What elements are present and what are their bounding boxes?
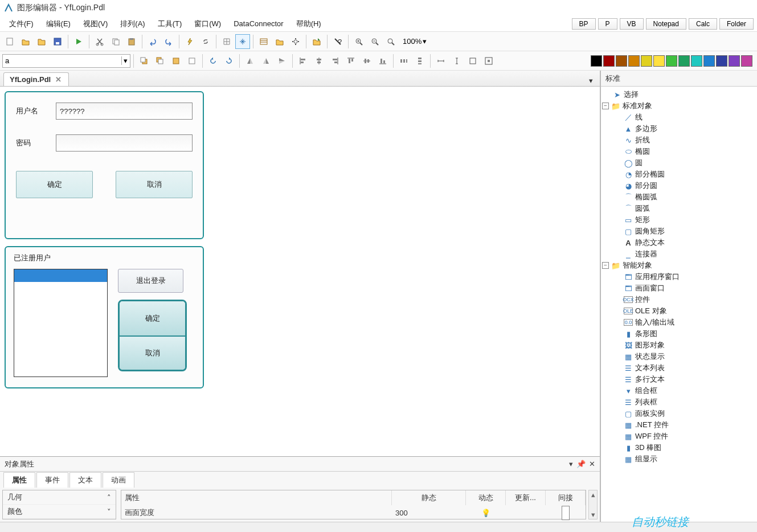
menu-file[interactable]: 文件(F) <box>3 18 39 30</box>
ext-bp-button[interactable]: BP <box>572 18 596 30</box>
tree-item[interactable]: ☰多行文本 <box>602 374 756 385</box>
tree-item[interactable]: OLEOLE 对象 <box>602 305 756 317</box>
tree-item[interactable]: ▲多边形 <box>602 123 756 134</box>
menu-edit[interactable]: 编辑(E) <box>40 18 76 30</box>
redo-icon[interactable] <box>161 34 176 49</box>
bulb-icon[interactable]: 💡 <box>466 506 506 519</box>
copy-icon[interactable] <box>108 34 123 49</box>
color-swatch[interactable] <box>616 55 627 67</box>
color-swatch[interactable] <box>603 55 615 67</box>
ext-folder-button[interactable]: Folder <box>719 18 754 30</box>
color-swatch[interactable] <box>653 55 665 67</box>
folder2-icon[interactable] <box>272 34 287 49</box>
menu-arrange[interactable]: 排列(A) <box>114 18 150 30</box>
login-cancel-button[interactable]: 取消 <box>116 171 193 198</box>
run-icon[interactable] <box>71 34 86 49</box>
export-icon[interactable] <box>309 34 324 49</box>
indirect-checkbox[interactable] <box>562 506 570 520</box>
tree-item[interactable]: 🗔画面窗口 <box>602 283 756 294</box>
password-input[interactable] <box>56 134 193 152</box>
tree-item[interactable]: ◕部分圆 <box>602 180 756 191</box>
tree-item[interactable]: ☰列表框 <box>602 396 756 408</box>
tree-item[interactable]: A静态文本 <box>602 237 756 248</box>
tree-item[interactable]: ☰文本列表 <box>602 362 756 374</box>
tree-item[interactable]: ◔部分椭圆 <box>602 169 756 180</box>
properties-category-list[interactable]: 几何˄ 颜色˅ <box>2 490 116 519</box>
close-panel-icon[interactable]: ✕ <box>589 460 595 468</box>
tree-item[interactable]: ▢面板实例 <box>602 408 756 419</box>
color-swatch[interactable] <box>716 55 727 67</box>
flip-h2-icon[interactable] <box>259 54 273 68</box>
document-tab[interactable]: YfLogin.Pdl ✕ <box>3 72 69 86</box>
ext-vb-button[interactable]: VB <box>620 18 644 30</box>
rotate-left-icon[interactable] <box>206 54 220 68</box>
color-swatch[interactable] <box>691 55 702 67</box>
menu-view[interactable]: 视图(V) <box>77 18 113 30</box>
tab-events[interactable]: 事件 <box>36 472 68 488</box>
layer-down-icon[interactable] <box>185 54 199 68</box>
scrollbar[interactable]: ▴▾ <box>588 490 598 519</box>
ext-notepad-button[interactable]: Notepad <box>646 18 686 30</box>
tree-item[interactable]: ▦状态显示 <box>602 351 756 362</box>
tree-item[interactable]: ⌒椭圆弧 <box>602 191 756 203</box>
collapse-icon[interactable]: − <box>602 103 609 109</box>
same-width-icon[interactable] <box>433 54 448 68</box>
tab-list-dropdown-icon[interactable]: ▾ <box>586 75 596 86</box>
open-icon[interactable] <box>34 34 49 49</box>
distribute-v-icon[interactable] <box>412 54 427 68</box>
zoom-in-icon[interactable] <box>351 34 366 49</box>
link-icon[interactable] <box>198 34 213 49</box>
collapse-icon[interactable]: − <box>602 262 609 269</box>
registered-cancel-button[interactable]: 取消 <box>120 335 185 370</box>
folder-icon[interactable] <box>18 34 33 49</box>
tree-item[interactable]: 0.0输入/输出域 <box>602 317 756 328</box>
tree-item[interactable]: ▾组合框 <box>602 385 756 396</box>
tree-item[interactable]: 🗔应用程序窗口 <box>602 271 756 283</box>
tree-item[interactable]: OCX控件 <box>602 294 756 305</box>
tree-item[interactable]: ▮条形图 <box>602 328 756 339</box>
list-icon[interactable] <box>256 34 271 49</box>
panel-menu-icon[interactable]: ▾ <box>569 460 573 468</box>
registered-users-listbox[interactable] <box>14 269 108 377</box>
object-tree[interactable]: ➤选择 −📁标准对象 ／线 ▲多边形 ∿折线 ⬭椭圆 ◯圆 ◔部分椭圆 ◕部分圆… <box>601 87 757 522</box>
tree-smart-group[interactable]: −📁智能对象 <box>602 260 756 271</box>
align-center-icon[interactable] <box>312 54 326 68</box>
tab-animation[interactable]: 动画 <box>103 472 134 488</box>
list-item[interactable] <box>14 269 107 282</box>
distribute-h-icon[interactable] <box>396 54 411 68</box>
tree-item[interactable]: ∿折线 <box>602 134 756 146</box>
same-height-icon[interactable] <box>449 54 464 68</box>
align-bottom-icon[interactable] <box>375 54 390 68</box>
new-icon[interactable] <box>2 34 17 49</box>
color-swatch[interactable] <box>741 55 752 67</box>
tree-item[interactable]: ◯圆 <box>602 157 756 169</box>
tree-item[interactable]: ▮3D 棒图 <box>602 442 756 453</box>
tree-item[interactable]: ⬭椭圆 <box>602 146 756 157</box>
color-swatch[interactable] <box>591 55 602 67</box>
username-input[interactable]: ?????? <box>56 103 193 120</box>
login-ok-button[interactable]: 确定 <box>16 171 93 198</box>
registered-ok-button[interactable]: 确定 <box>120 301 185 335</box>
gear-icon[interactable] <box>288 34 303 49</box>
zoom-fit-icon[interactable] <box>383 34 398 49</box>
grid-icon[interactable] <box>219 34 234 49</box>
zoom-out-icon[interactable] <box>367 34 382 49</box>
align-left-icon[interactable] <box>296 54 310 68</box>
color-swatch[interactable] <box>666 55 677 67</box>
design-canvas[interactable]: 用户名 ?????? 密码 确定 取消 已注册用户 <box>0 87 600 456</box>
align-middle-icon[interactable] <box>359 54 374 68</box>
tree-item[interactable]: ▭矩形 <box>602 214 756 226</box>
ext-p-button[interactable]: P <box>598 18 617 30</box>
ext-calc-button[interactable]: Calc <box>689 18 717 30</box>
tree-select[interactable]: ➤选择 <box>602 89 756 100</box>
tree-item[interactable]: ▦.NET 控件 <box>602 419 756 431</box>
menu-help[interactable]: 帮助(H) <box>290 18 327 30</box>
send-back-icon[interactable] <box>153 54 167 68</box>
menu-window[interactable]: 窗口(W) <box>189 18 227 30</box>
color-swatch[interactable] <box>729 55 740 67</box>
menu-dataconnector[interactable]: DataConnector <box>228 18 289 29</box>
color-swatch[interactable] <box>641 55 652 67</box>
tab-attributes[interactable]: 属性 <box>3 472 35 488</box>
align-top-icon[interactable] <box>343 54 358 68</box>
list-item[interactable]: 颜色˅ <box>3 505 116 519</box>
